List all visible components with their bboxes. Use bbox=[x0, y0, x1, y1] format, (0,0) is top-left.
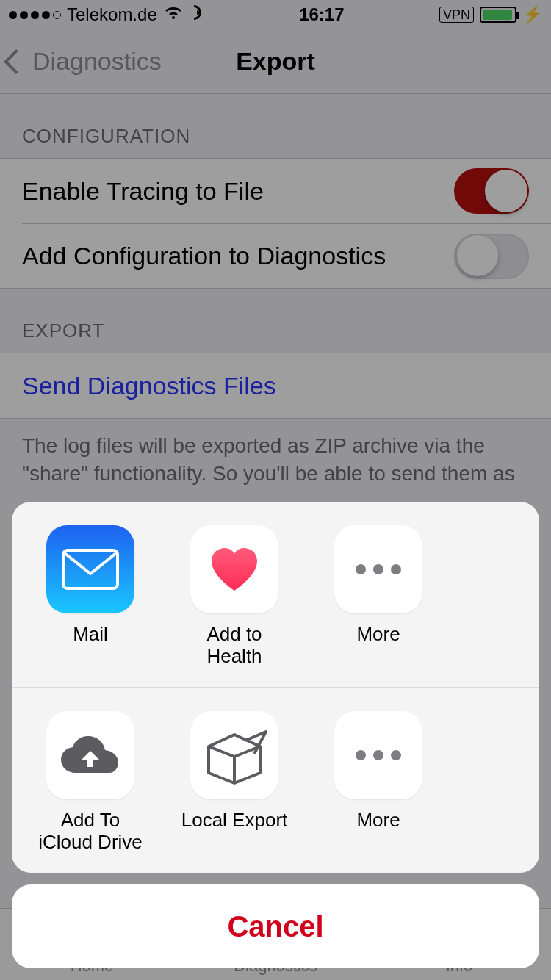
share-more-apps-label: More bbox=[356, 624, 400, 646]
share-mail-label: Mail bbox=[73, 624, 108, 646]
share-icloud[interactable]: Add To iCloud Drive bbox=[35, 711, 145, 854]
share-more-actions[interactable]: More bbox=[323, 711, 433, 854]
share-health[interactable]: Add to Health bbox=[179, 525, 289, 668]
share-row-apps: Mail Add to Health More bbox=[12, 502, 539, 687]
heart-icon bbox=[190, 525, 278, 613]
cloud-upload-icon bbox=[46, 711, 134, 799]
share-health-label: Add to Health bbox=[179, 624, 289, 668]
svg-rect-0 bbox=[63, 550, 118, 588]
share-sheet: Mail Add to Health More bbox=[12, 502, 539, 968]
share-row-actions: Add To iCloud Drive Local Export More bbox=[12, 687, 539, 873]
cancel-button[interactable]: Cancel bbox=[12, 884, 539, 968]
box-icon bbox=[190, 711, 278, 799]
share-more-apps[interactable]: More bbox=[323, 525, 433, 668]
cancel-label: Cancel bbox=[227, 910, 323, 943]
share-local-export[interactable]: Local Export bbox=[179, 711, 289, 854]
more-icon bbox=[334, 711, 422, 799]
mail-icon bbox=[46, 525, 134, 613]
share-more-actions-label: More bbox=[356, 810, 400, 832]
share-mail[interactable]: Mail bbox=[35, 525, 145, 668]
more-icon bbox=[334, 525, 422, 613]
share-icloud-label: Add To iCloud Drive bbox=[35, 810, 145, 854]
share-local-label: Local Export bbox=[181, 810, 288, 832]
